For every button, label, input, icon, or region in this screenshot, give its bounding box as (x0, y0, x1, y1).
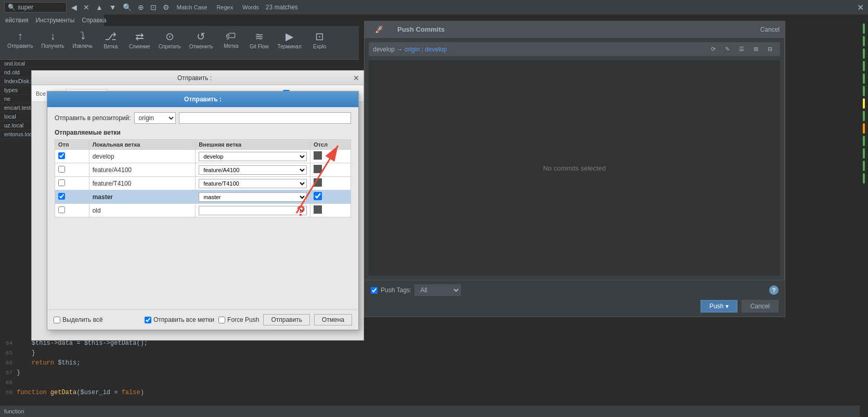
remote-branch-select-develop[interactable]: develop (199, 152, 307, 161)
repo-path-box (179, 112, 351, 124)
git-terminal-button[interactable]: ▶ Терминал (274, 29, 304, 50)
push-help-icon[interactable]: ? (769, 285, 779, 295)
select-all-label[interactable]: Выделить всё (54, 316, 103, 323)
col-local-branch: Локальная ветка (89, 140, 196, 150)
tracked-master[interactable] (314, 192, 322, 200)
inner-close-button[interactable]: Отмена (314, 314, 352, 325)
inner-push-footer: Выделить всё Отправить все метки Force P… (47, 309, 358, 330)
git-tag-button[interactable]: 🏷 Метка (218, 29, 244, 50)
remote-branch-select-a4100[interactable]: feature/A4100 (199, 165, 307, 175)
push-list-button[interactable]: ☰ (735, 44, 748, 54)
search-settings1[interactable]: ⊕ (136, 3, 146, 11)
push-remote-branch-link[interactable]: develop (425, 46, 447, 53)
git-fetch-button[interactable]: ⤵ Извлечь (70, 29, 96, 50)
push-commits-titlebar: 🚀 Push Commits Cancel (365, 21, 785, 38)
line-65: 65 (0, 350, 17, 356)
search-forward-button[interactable]: ✕ (82, 3, 91, 11)
line-64: 64 (0, 340, 17, 346)
branch-check-master[interactable] (58, 193, 65, 200)
branch-check-a4100[interactable] (58, 166, 65, 173)
editor-line: 69 function getData($user_id = false) (0, 387, 364, 397)
push-button[interactable]: Push ▾ (701, 300, 737, 312)
push-refresh-button[interactable]: ⟳ (707, 44, 719, 54)
right-tab-panel (860, 21, 868, 417)
menu-help[interactable]: Справка (79, 16, 109, 25)
words-button[interactable]: Words (240, 3, 262, 11)
push-tags-checkbox[interactable] (371, 287, 378, 294)
push-tags-row: Push Tags: All None Annotated ? (371, 284, 779, 296)
git-revert-button[interactable]: ↺ Отменить (186, 29, 216, 50)
menu-actions[interactable]: ействия (2, 16, 31, 25)
branches-table: Отп Локальная ветка Внешняя ветка Отсл d… (55, 139, 351, 217)
indicator-3 (863, 48, 865, 59)
code-66: return $this; (17, 359, 80, 367)
match-case-button[interactable]: Match Case (174, 3, 210, 11)
gitflow-label: Git Flow (250, 44, 269, 49)
git-pull-button[interactable]: ↓ Получить (38, 29, 68, 50)
push-remote-link[interactable]: origin (405, 46, 420, 53)
tag-label: Метка (224, 43, 238, 49)
branch-check-old[interactable] (58, 206, 65, 213)
close-search-button[interactable]: ✕ (857, 3, 864, 12)
branch-check-t4100[interactable] (58, 179, 65, 186)
search-up-arrow[interactable]: ▲ (94, 3, 105, 11)
git-flow-button[interactable]: ≋ Git Flow (246, 29, 272, 50)
search-pin-icon[interactable]: 🔍 (121, 3, 133, 11)
push-collapse-button[interactable]: ⊞ (750, 44, 762, 54)
menu-tools[interactable]: Инструменты (32, 16, 77, 25)
search-input[interactable] (18, 4, 59, 11)
terminal-label: Терминал (277, 44, 301, 49)
search-back-button[interactable]: ◀ (70, 3, 79, 11)
push-commits-title: Push Commits (392, 21, 760, 38)
local-branch-old: old (89, 204, 196, 217)
indicator-2 (863, 36, 865, 46)
push-tags-select[interactable]: All None Annotated (414, 284, 461, 296)
git-push-button[interactable]: ↑ Отправить (4, 29, 36, 50)
commits-area: No commits selected (369, 60, 780, 276)
fetch-icon: ⤵ (80, 30, 85, 42)
matches-count: 23 matches (266, 4, 298, 11)
search-down-arrow[interactable]: ▼ (108, 3, 118, 11)
force-push-checkbox[interactable] (218, 317, 225, 323)
force-btn-develop[interactable] (314, 151, 322, 160)
repo-row: Отправить в репозиторий: origin (55, 112, 351, 124)
outer-push-close-button[interactable]: ✕ (353, 74, 359, 82)
repo-select[interactable]: origin (134, 112, 176, 124)
push-commits-close-button[interactable]: Cancel (760, 26, 780, 33)
indicator-8 (863, 111, 865, 121)
stash-label: Спрятать (159, 44, 181, 49)
search-settings3[interactable]: ⚙ (161, 3, 171, 11)
select-all-checkbox[interactable] (54, 317, 60, 323)
push-cancel-button[interactable]: Cancel (742, 300, 779, 312)
git-branch-button[interactable]: ⎇ Ветка (98, 29, 124, 50)
git-stash-button[interactable]: ⊙ Спрятать (156, 29, 184, 50)
regex-button[interactable]: Regex (214, 3, 236, 11)
col-tracked: Отсл (310, 140, 351, 150)
explorer-label: Explo (313, 44, 326, 49)
code-67: } (17, 369, 20, 376)
push-edit-button[interactable]: ✎ (721, 44, 733, 54)
send-all-tags-label[interactable]: Отправить все метки (145, 316, 214, 323)
send-button[interactable]: Отправить (263, 314, 310, 325)
explorer-icon: ⊡ (315, 30, 324, 43)
push-expand-button[interactable]: ⊟ (764, 44, 776, 54)
editor-line: 66 return $this; (0, 358, 364, 368)
branch-check-develop[interactable] (58, 152, 65, 159)
indicator-11 (863, 148, 865, 159)
force-btn-t4100[interactable] (314, 178, 322, 187)
pull-icon: ↓ (50, 30, 56, 42)
force-btn-old[interactable] (314, 205, 322, 214)
force-btn-a4100[interactable] (314, 165, 322, 173)
editor-line: 67 } (0, 368, 364, 377)
remote-branch-select-t4100[interactable]: feature/T4100 (199, 179, 307, 188)
indicator-1 (863, 23, 865, 34)
force-push-label[interactable]: Force Push (218, 316, 259, 323)
search-settings2[interactable]: ⊡ (149, 3, 158, 11)
send-all-tags-checkbox[interactable] (145, 317, 151, 323)
remote-branch-select-old[interactable] (199, 206, 307, 215)
remote-branch-select-master[interactable]: master (199, 192, 307, 202)
git-explorer-button[interactable]: ⊡ Explo (307, 29, 333, 50)
git-merge-button[interactable]: ⇄ Слияние (126, 29, 153, 50)
indicator-6 (863, 86, 865, 96)
indicator-13 (863, 173, 865, 184)
